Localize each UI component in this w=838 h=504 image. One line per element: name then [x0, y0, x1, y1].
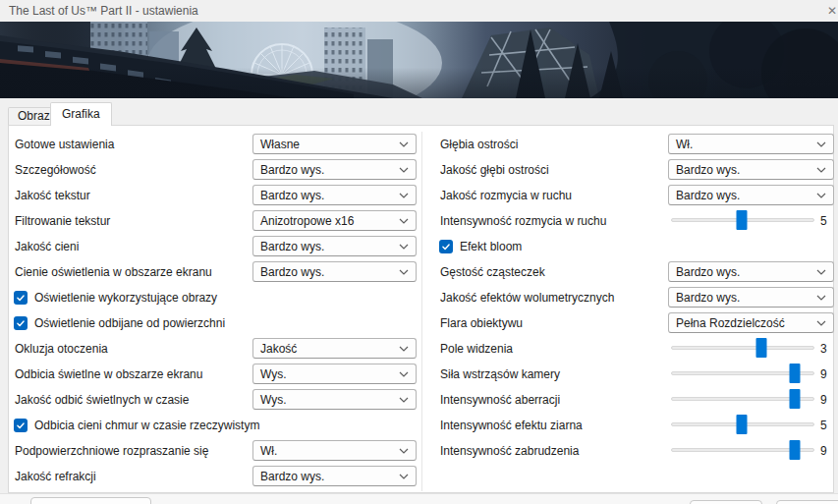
close-icon[interactable]: ✕ — [827, 3, 838, 19]
intensywnosc-zabrudzenia-label: Intensywność zabrudzenia — [440, 438, 579, 464]
intensywnosc-ziarna-label: Intensywność efektu ziarna — [440, 413, 583, 438]
chevron-down-icon — [399, 397, 409, 403]
odbicia-swietlne-dropdown[interactable]: Wys. — [252, 364, 417, 384]
sila-wstrzasow-label: Siła wstrząsów kamery — [440, 362, 560, 387]
oswietlenie-odbijane-checkbox[interactable] — [14, 316, 28, 330]
intensywnosc-rozmycia-slider-thumb[interactable] — [736, 210, 747, 230]
chevron-down-icon — [399, 269, 409, 275]
intensywnosc-aberracji-label: Intensywność aberracji — [440, 387, 560, 413]
pole-widzenia-slider[interactable] — [671, 346, 814, 350]
filtrowanie-tekstur-dropdown[interactable]: Anizotropowe x16 — [252, 210, 417, 231]
chevron-down-icon — [399, 218, 409, 224]
chevron-down-icon — [816, 295, 826, 301]
cienie-oswietlenia-label: Cienie oświetlenia w obszarze ekranu — [15, 259, 212, 285]
pole-widzenia-label: Pole widzenia — [440, 336, 513, 362]
jakosc-rozmycia-selected-value: Bardzo wys. — [676, 189, 740, 202]
jakosc-cieni-dropdown[interactable]: Bardzo wys. — [252, 236, 417, 256]
jakosc-cieni-label: Jakość cieni — [15, 234, 79, 259]
okluzja-otoczenia-dropdown[interactable]: Jakość — [252, 338, 417, 359]
chevron-down-icon — [399, 167, 409, 173]
jakosc-rozmycia-dropdown[interactable]: Bardzo wys. — [668, 185, 834, 205]
jakosc-efektow-row: Jakość efektów wolumetrycznychBardzo wys… — [422, 285, 835, 310]
sila-wstrzasow-value: 9 — [820, 362, 838, 387]
chevron-down-icon — [399, 244, 409, 250]
intensywnosc-ziarna-slider[interactable] — [671, 422, 814, 426]
szczegolowosc-label: Szczegółowość — [15, 157, 96, 183]
szczegolowosc-row: SzczegółowośćBardzo wys. — [9, 157, 421, 183]
glebia-ostrosci-dropdown[interactable]: Wł. — [668, 134, 834, 154]
footer-button-cancel[interactable] — [776, 500, 838, 504]
sila-wstrzasow-row: Siła wstrząsów kamery9 — [422, 362, 835, 387]
jakosc-odbic-dropdown[interactable]: Wys. — [252, 389, 417, 410]
okluzja-otoczenia-selected-value: Jakość — [260, 342, 297, 356]
oswietlenie-odbijane-label: Oświetlenie odbijane od powierzchni — [34, 310, 225, 336]
banner-illustration — [0, 22, 838, 98]
footer-button-ok[interactable] — [690, 500, 762, 504]
jakosc-tekstur-selected-value: Bardzo wys. — [260, 189, 324, 202]
gestosc-czasteczek-label: Gęstość cząsteczek — [440, 259, 545, 285]
jakosc-efektow-selected-value: Bardzo wys. — [676, 291, 740, 305]
window-title: The Last of Us™ Part II - ustawienia — [9, 0, 198, 22]
chevron-down-icon — [816, 167, 826, 173]
cienie-oswietlenia-dropdown[interactable]: Bardzo wys. — [252, 261, 417, 282]
intensywnosc-aberracji-row: Intensywność aberracji9 — [422, 387, 835, 413]
intensywnosc-aberracji-value: 9 — [820, 387, 838, 413]
intensywnosc-aberracji-slider-thumb[interactable] — [790, 389, 801, 409]
jakosc-efektow-dropdown[interactable]: Bardzo wys. — [668, 287, 834, 308]
oswietlenie-obrazy-checkbox[interactable] — [14, 291, 28, 305]
intensywnosc-aberracji-slider[interactable] — [671, 397, 814, 401]
intensywnosc-rozmycia-slider[interactable] — [671, 218, 814, 222]
chevron-down-icon — [816, 269, 826, 275]
gestosc-czasteczek-dropdown[interactable]: Bardzo wys. — [668, 261, 834, 282]
checkmark-icon — [16, 318, 26, 328]
odbicia-swietlne-selected-value: Wys. — [260, 367, 287, 381]
chevron-down-icon — [816, 193, 826, 198]
intensywnosc-zabrudzenia-slider-thumb[interactable] — [790, 440, 801, 460]
chevron-down-icon — [816, 320, 826, 326]
chevron-down-icon — [399, 474, 409, 479]
odbicia-cieni-chmur-label: Odbicia cieni chmur w czasie rzeczywisty… — [34, 413, 259, 438]
glebia-ostrosci-selected-value: Wł. — [676, 138, 693, 151]
intensywnosc-zabrudzenia-value: 9 — [820, 438, 838, 464]
szczegolowosc-dropdown[interactable]: Bardzo wys. — [252, 159, 417, 180]
chevron-down-icon — [399, 141, 409, 147]
okluzja-otoczenia-row: Okluzja otoczeniaJakość — [9, 336, 421, 362]
jakosc-refrakcji-dropdown[interactable]: Bardzo wys. — [252, 466, 417, 486]
banner-artwork — [0, 22, 838, 98]
cienie-oswietlenia-row: Cienie oświetlenia w obszarze ekranuBard… — [9, 259, 421, 285]
intensywnosc-ziarna-slider-thumb[interactable] — [736, 415, 747, 434]
pole-widzenia-slider-thumb[interactable] — [755, 338, 766, 358]
gotowe-ustawienia-dropdown[interactable]: Własne — [252, 134, 417, 154]
chevron-down-icon — [399, 448, 409, 454]
oswietlenie-odbijane-row: Oświetlenie odbijane od powierzchni — [9, 310, 421, 336]
intensywnosc-rozmycia-row: Intensywność rozmycia w ruchu5 — [422, 208, 835, 234]
efekt-bloom-checkbox[interactable] — [439, 240, 453, 253]
podpowierzchniowe-dropdown[interactable]: Wł. — [252, 440, 417, 461]
okluzja-otoczenia-label: Okluzja otoczenia — [15, 336, 108, 362]
flara-obiektywu-dropdown[interactable]: Pełna Rozdzielczość — [668, 312, 834, 333]
intensywnosc-rozmycia-value: 5 — [820, 208, 838, 234]
flara-obiektywu-row: Flara obiektywuPełna Rozdzielczość — [422, 310, 835, 336]
footer-button-left[interactable] — [30, 497, 151, 504]
odbicia-cieni-chmur-checkbox[interactable] — [14, 419, 28, 432]
filtrowanie-tekstur-selected-value: Anizotropowe x16 — [260, 214, 354, 228]
podpowierzchniowe-label: Podpowierzchniowe rozpraszanie się — [15, 438, 208, 464]
podpowierzchniowe-selected-value: Wł. — [260, 444, 277, 458]
sila-wstrzasow-slider-thumb[interactable] — [790, 364, 801, 383]
filtrowanie-tekstur-label: Filtrowanie tekstur — [15, 208, 110, 234]
szczegolowosc-selected-value: Bardzo wys. — [260, 163, 324, 177]
jakosc-glebi-ostrosci-dropdown[interactable]: Bardzo wys. — [668, 159, 834, 180]
tab-grafika[interactable]: Grafika — [50, 102, 112, 126]
checkmark-icon — [16, 293, 26, 303]
intensywnosc-rozmycia-label: Intensywność rozmycia w ruchu — [440, 208, 606, 234]
tab-obraz-label: Obraz — [18, 109, 50, 123]
oswietlenie-obrazy-label: Oświetlenie wykorzystujące obrazy — [34, 285, 217, 310]
intensywnosc-zabrudzenia-slider[interactable] — [671, 448, 814, 452]
intensywnosc-ziarna-row: Intensywność efektu ziarna5 — [422, 413, 835, 438]
cienie-oswietlenia-selected-value: Bardzo wys. — [260, 265, 324, 279]
gestosc-czasteczek-row: Gęstość cząsteczekBardzo wys. — [422, 259, 835, 285]
jakosc-rozmycia-label: Jakość rozmycia w ruchu — [440, 183, 572, 208]
settings-column-right: Głębia ostrościWł.Jakość głębi ostrościB… — [421, 132, 835, 491]
jakosc-tekstur-dropdown[interactable]: Bardzo wys. — [252, 185, 417, 205]
sila-wstrzasow-slider[interactable] — [671, 371, 814, 375]
